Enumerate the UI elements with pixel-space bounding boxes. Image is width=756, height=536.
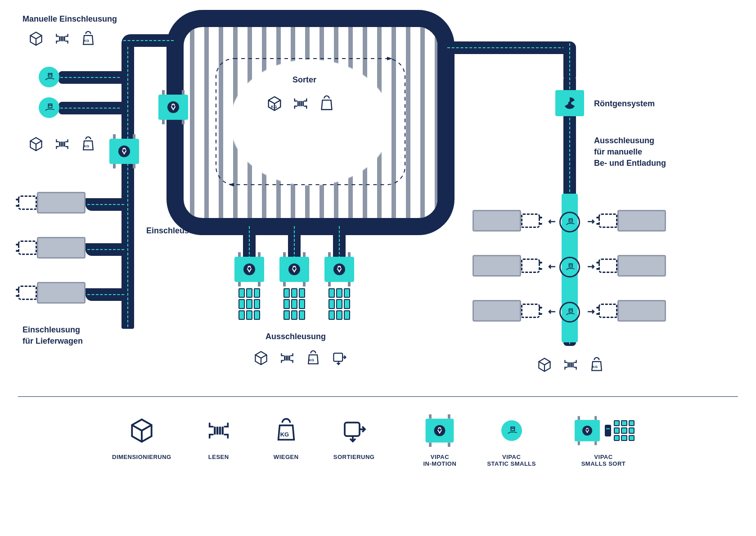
right-truck-l2 [472,252,540,281]
kg-icon: KG [79,30,97,48]
barcode-icon [278,349,296,367]
cube-icon [27,135,45,153]
manual-outlet-label: Ausschleusung für manuelle Be- und Entla… [594,135,666,169]
van-2 [18,234,86,263]
right-truck-r2 [598,252,666,281]
outlet-label: Ausschleusung [266,331,326,342]
legend-vipac-inmotion: VIPACIN-MOTION [419,415,460,467]
sorter-flow-arrows [198,41,423,203]
sort-icon [330,349,348,367]
barcode-icon [292,95,310,113]
manual-feed-line-1 [58,71,126,84]
cube-icon [252,349,270,367]
manual-feed-line-2 [58,102,126,114]
van-feed-3 [86,288,126,301]
legend-vipac-smallssort: VIPACSMALLS SORT [563,415,644,467]
kg-icon: KG [79,135,97,153]
right-curve-conveyor [563,41,576,77]
cube-icon [266,95,284,113]
legend-dim: DIMENSIONIERUNG [112,415,171,467]
outlet-icons: KG [252,349,348,367]
xray-label: Röntgensystem [594,98,655,109]
legend-sort: SORTIERUNG [333,415,375,467]
van-1 [18,189,86,218]
manual-induction-icons: KG [27,30,97,48]
vipac-in-motion-left [109,139,139,164]
vipac-outlet-3 [324,257,354,282]
sort-grid-3 [328,288,350,320]
xray-system [555,90,584,116]
right-top-conveyor [446,41,567,54]
legend-read: LESEN [198,415,239,467]
right-bottom-icons: KG [536,356,606,374]
kg-icon: KG [304,349,322,367]
right-truck-r3 [598,297,666,326]
vipac-in-motion-top [158,95,188,120]
right-truck-l1 [472,207,540,236]
van-feed-2 [86,243,126,256]
legend: DIMENSIONIERUNG LESEN KG WIEGEN SORTIERU… [18,396,738,467]
vipac-outlet-2 [279,257,309,282]
van-feed-1 [86,198,126,211]
barcode-icon [562,356,580,374]
induction-label: Einschleusung [146,225,204,236]
legend-vipac-static: VIPACSTATIC SMALLS [487,415,536,467]
sort-grid-2 [284,288,305,320]
left-top-curve [122,34,176,47]
kg-icon: KG [588,356,606,374]
cube-icon [27,30,45,48]
right-truck-r1 [598,207,666,236]
barcode-icon [53,30,71,48]
static-smalls-node [39,97,59,118]
manual-induction-label: Manuelle Einschleusung [22,14,117,25]
outlet-arrows [540,207,603,333]
sorter-label: Sorter [292,74,316,86]
sorter-icon-row: KG [266,95,336,113]
left-trunk-conveyor [122,41,134,329]
van-induction-icons: KG [27,135,97,153]
van-induction-label: Einschleusung für Lieferwagen [22,324,83,347]
static-smalls-node [39,67,59,87]
kg-icon: KG [318,95,336,113]
right-truck-l3 [472,297,540,326]
cube-icon [536,356,554,374]
sort-grid-1 [238,288,260,320]
legend-weigh: KG WIEGEN [266,415,306,467]
vipac-outlet-1 [234,257,264,282]
barcode-icon [53,135,71,153]
van-3 [18,279,86,308]
